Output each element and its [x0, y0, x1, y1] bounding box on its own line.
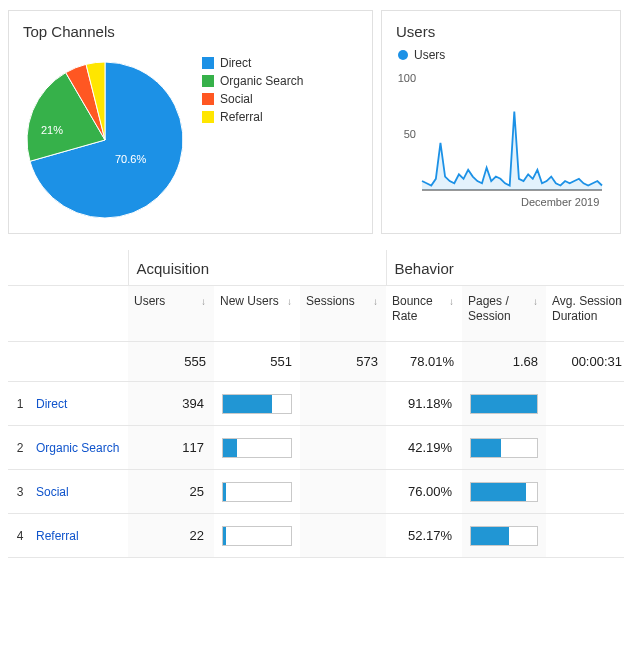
legend-dot-icon [398, 50, 408, 60]
cell-duration-bar [546, 470, 624, 514]
legend-label: Referral [220, 110, 263, 124]
totals-row: 555 551 573 78.01% 1.68 00:00:31 [8, 342, 624, 382]
cell-pps-bar [462, 382, 546, 426]
cell-pps-bar [462, 426, 546, 470]
column-header-bounce[interactable]: Bounce Rate↓ [386, 286, 462, 342]
top-channels-pie-chart[interactable]: 70.6% 21% [23, 58, 188, 223]
svg-text:100: 100 [398, 72, 416, 84]
top-channels-card: Top Channels 70.6% 21% DirectOrganic Sea… [8, 10, 373, 234]
table-row: 1Direct39491.18% [8, 382, 624, 426]
column-header-pps[interactable]: Pages / Session↓ [462, 286, 546, 342]
legend-item[interactable]: Organic Search [202, 74, 303, 88]
group-header-acquisition: Acquisition [128, 250, 386, 286]
column-header-sessions[interactable]: Sessions↓ [300, 286, 386, 342]
total-duration: 00:00:31 [546, 342, 624, 382]
cell-sessions-bar [300, 514, 386, 558]
cell-pps-bar [462, 470, 546, 514]
svg-text:50: 50 [404, 128, 416, 140]
total-new-users: 551 [214, 342, 300, 382]
cell-new-users-bar [214, 382, 300, 426]
cell-users: 117 [128, 426, 214, 470]
cell-bounce: 76.00% [386, 470, 462, 514]
sort-icon: ↓ [373, 296, 378, 309]
channel-link[interactable]: Social [32, 470, 128, 514]
cell-sessions-bar [300, 426, 386, 470]
cell-sessions-bar [300, 382, 386, 426]
legend-swatch-icon [202, 111, 214, 123]
cell-duration-bar [546, 514, 624, 558]
total-sessions: 573 [300, 342, 386, 382]
top-channels-legend: DirectOrganic SearchSocialReferral [202, 48, 303, 128]
users-series-label: Users [414, 48, 445, 62]
cell-sessions-bar [300, 470, 386, 514]
legend-label: Organic Search [220, 74, 303, 88]
cell-pps-bar [462, 514, 546, 558]
users-legend: Users [398, 48, 606, 62]
cell-bounce: 91.18% [386, 382, 462, 426]
sort-down-icon: ↓ [201, 296, 206, 309]
cell-new-users-bar [214, 470, 300, 514]
pie-label-secondary: 21% [41, 124, 63, 136]
column-header-duration[interactable]: Avg. Session Duration↓ [546, 286, 624, 342]
svg-text:December 2019: December 2019 [521, 196, 599, 208]
legend-label: Direct [220, 56, 251, 70]
total-pps: 1.68 [462, 342, 546, 382]
total-bounce: 78.01% [386, 342, 462, 382]
column-header-users[interactable]: Users↓ [128, 286, 214, 342]
cell-bounce: 52.17% [386, 514, 462, 558]
cell-duration-bar [546, 426, 624, 470]
legend-label: Social [220, 92, 253, 106]
cell-duration-bar [546, 382, 624, 426]
users-card: Users Users 50100December 2019 [381, 10, 621, 234]
row-index: 4 [8, 514, 32, 558]
users-title: Users [396, 23, 606, 40]
table-row: 4Referral2252.17% [8, 514, 624, 558]
cell-bounce: 42.19% [386, 426, 462, 470]
legend-swatch-icon [202, 75, 214, 87]
legend-swatch-icon [202, 57, 214, 69]
cell-users: 25 [128, 470, 214, 514]
sort-icon: ↓ [617, 296, 622, 309]
sort-icon: ↓ [287, 296, 292, 309]
channels-table: Acquisition Behavior Users↓ New Users↓ S… [8, 250, 624, 558]
row-index: 3 [8, 470, 32, 514]
sort-icon: ↓ [533, 296, 538, 309]
legend-swatch-icon [202, 93, 214, 105]
column-header-new-users[interactable]: New Users↓ [214, 286, 300, 342]
pie-label-main: 70.6% [115, 153, 146, 165]
cell-new-users-bar [214, 426, 300, 470]
legend-item[interactable]: Direct [202, 56, 303, 70]
cell-new-users-bar [214, 514, 300, 558]
channel-link[interactable]: Referral [32, 514, 128, 558]
table-row: 3Social2576.00% [8, 470, 624, 514]
cell-users: 394 [128, 382, 214, 426]
row-index: 2 [8, 426, 32, 470]
top-channels-title: Top Channels [23, 23, 358, 40]
total-users: 555 [128, 342, 214, 382]
sort-icon: ↓ [449, 296, 454, 309]
row-index: 1 [8, 382, 32, 426]
table-row: 2Organic Search11742.19% [8, 426, 624, 470]
cell-users: 22 [128, 514, 214, 558]
legend-item[interactable]: Social [202, 92, 303, 106]
channel-link[interactable]: Direct [32, 382, 128, 426]
group-header-behavior: Behavior [386, 250, 624, 286]
users-line-chart[interactable]: 50100December 2019 [396, 72, 606, 212]
channel-link[interactable]: Organic Search [32, 426, 128, 470]
legend-item[interactable]: Referral [202, 110, 303, 124]
